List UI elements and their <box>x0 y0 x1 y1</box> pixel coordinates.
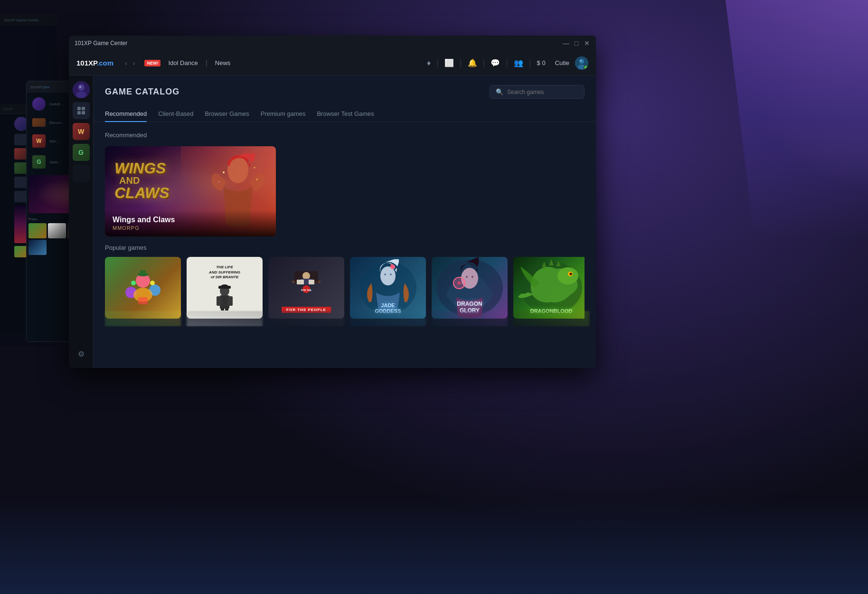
nav-back-arrow[interactable]: ‹ <box>123 58 129 68</box>
svg-point-45 <box>390 273 392 275</box>
svg-point-13 <box>223 171 225 173</box>
svg-point-54 <box>557 267 578 284</box>
sidebar-game-icon-jade[interactable]: G <box>73 144 90 161</box>
icon-separator-3: | <box>483 58 485 68</box>
sidebar: W G ⚙ <box>69 75 94 368</box>
games-reflection <box>94 326 596 364</box>
catalog-title: GAME CATALOG <box>105 87 179 97</box>
game-card-for-people[interactable]: FOR THE FOR THE PEOPLE <box>268 257 344 319</box>
game-card-dragonblood[interactable]: DRAGONBLOOD <box>513 257 585 319</box>
title-bar: 101XP Game Center — □ ✕ <box>69 36 596 51</box>
maximize-button[interactable]: □ <box>573 40 580 47</box>
chat-icon[interactable]: 💬 <box>491 58 500 67</box>
svg-point-23 <box>150 281 155 285</box>
image-icon[interactable]: ⬜ <box>444 58 454 67</box>
avatar-image <box>575 57 588 70</box>
tab-client-based[interactable]: Client-Based <box>158 106 193 122</box>
sir-brante-title: THE LIFEAND SUFFERINGof SIR BRANTE <box>209 265 240 280</box>
icon-separator-1: | <box>436 58 439 68</box>
catalog-header: GAME CATALOG 🔍 <box>94 75 596 106</box>
svg-point-7 <box>79 86 81 88</box>
game-card-jade-goddess[interactable]: JADEGODDESS <box>350 257 426 319</box>
logo[interactable]: 101XP.com <box>76 59 113 67</box>
sidebar-settings-button[interactable]: ⚙ <box>73 345 90 362</box>
gem-icon[interactable]: ♦ <box>427 59 431 67</box>
featured-game-wings-and-claws[interactable]: WINGS AND CLAWS Wings and Claws MMORPG <box>105 146 276 236</box>
refl-card-3 <box>268 311 344 326</box>
new-badge: NEW! <box>144 60 160 66</box>
sidebar-avatar-image <box>73 81 90 98</box>
username-display: Cutie <box>555 59 569 66</box>
svg-point-36 <box>302 272 310 280</box>
tabs-bar: Recommended Client-Based Browser Games P… <box>94 106 596 122</box>
minimize-button[interactable]: — <box>563 40 569 47</box>
nav-icons-group: ♦ | ⬜ | 🔔 | 💬 | 👥 | $ 0 Cutie <box>427 57 588 70</box>
svg-rect-10 <box>77 111 81 114</box>
wings-title-line2: AND <box>114 176 170 185</box>
wings-title-line1: WINGS <box>114 160 170 176</box>
tab-browser-games[interactable]: Browser Games <box>205 106 249 122</box>
jade-goddess-content: JADEGODDESS <box>350 257 426 319</box>
wings-letter: W <box>78 128 84 135</box>
third-win-label: 101XP <box>3 107 13 111</box>
svg-rect-21 <box>138 297 148 304</box>
tab-browser-test[interactable]: Browser Test Games <box>317 106 374 122</box>
game-info-overlay: Wings and Claws MMORPG <box>105 210 276 236</box>
nav-news-link[interactable]: News <box>215 59 231 66</box>
svg-rect-32 <box>221 308 224 311</box>
nav-arrows: ‹ › <box>123 58 137 68</box>
refl-card-5 <box>432 311 508 326</box>
logo-101xp: 101XP <box>76 59 97 67</box>
sidebar-icon-catalog[interactable] <box>73 102 90 119</box>
svg-point-14 <box>254 167 255 169</box>
tab-premium-games[interactable]: Premium games <box>261 106 306 122</box>
popular-games-row: THE LIFEAND SUFFERINGof SIR BRANTE <box>105 257 585 319</box>
user-avatar[interactable] <box>575 57 588 70</box>
svg-rect-39 <box>309 280 314 284</box>
search-input[interactable] <box>507 89 578 95</box>
far-win-title: 101XP Game Center <box>4 18 39 22</box>
wings-logo-area: WINGS AND CLAWS <box>114 160 170 200</box>
refl-card-6 <box>513 311 589 326</box>
main-window: 101XP Game Center — □ ✕ 101XP.com ‹ › NE… <box>69 36 596 368</box>
svg-point-43 <box>380 266 396 285</box>
window-controls: — □ ✕ <box>563 40 590 47</box>
game-card-1[interactable] <box>105 257 181 319</box>
dragon-glory-content: DRAGONGLORY <box>432 257 508 319</box>
svg-point-16 <box>256 179 258 180</box>
icon-separator-5: | <box>529 58 531 68</box>
close-button[interactable]: ✕ <box>584 40 590 47</box>
tab-recommended[interactable]: Recommended <box>105 106 147 122</box>
svg-point-52 <box>472 276 473 278</box>
svg-rect-31 <box>228 296 233 306</box>
users-icon[interactable]: 👥 <box>514 58 523 67</box>
svg-point-56 <box>570 273 572 275</box>
search-box[interactable]: 🔍 <box>490 85 585 99</box>
svg-rect-38 <box>297 280 304 284</box>
second-win-logo: 101XP.com <box>30 85 49 89</box>
sir-brante-art <box>208 282 241 311</box>
game-1-art <box>119 269 167 307</box>
svg-point-6 <box>76 91 86 98</box>
recommended-section: Recommended <box>94 122 596 240</box>
svg-point-5 <box>78 84 85 91</box>
icon-separator-4: | <box>506 58 508 68</box>
bell-icon[interactable]: 🔔 <box>468 58 477 67</box>
nav-bar: 101XP.com ‹ › NEW! Idol Dance | News ♦ |… <box>69 51 596 75</box>
svg-point-51 <box>466 276 468 278</box>
refl-card-1 <box>105 311 181 326</box>
main-content: GAME CATALOG 🔍 Recommended Client-Based … <box>94 75 596 368</box>
logo-com: .com <box>97 59 113 67</box>
sidebar-avatar[interactable] <box>73 81 90 98</box>
svg-point-47 <box>390 264 393 267</box>
game-card-1-content <box>105 257 181 319</box>
sidebar-game-icon-wings[interactable]: W <box>73 123 90 140</box>
svg-rect-11 <box>82 111 85 114</box>
promo-game-title[interactable]: Idol Dance <box>168 59 198 66</box>
svg-point-3 <box>580 60 582 61</box>
game-card-dragon-glory[interactable]: DRAGONGLORY <box>432 257 508 319</box>
svg-point-44 <box>384 273 386 275</box>
nav-forward-arrow[interactable]: › <box>131 58 137 68</box>
game-card-sir-brante[interactable]: THE LIFEAND SUFFERINGof SIR BRANTE <box>187 257 263 319</box>
sidebar-icon-empty1 <box>73 165 90 182</box>
